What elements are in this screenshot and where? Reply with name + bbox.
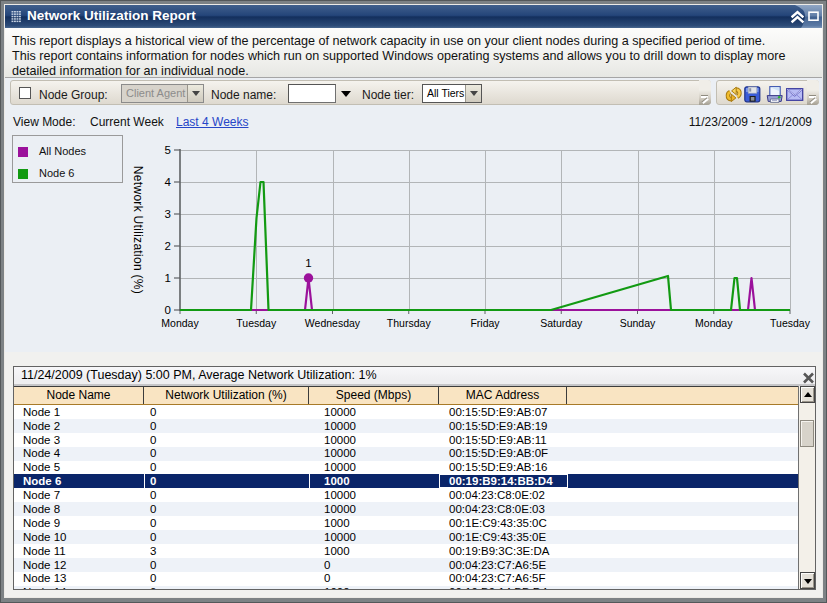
svg-text:Thursday: Thursday <box>387 317 432 329</box>
svg-text:Saturday: Saturday <box>540 317 583 329</box>
svg-text:Network Utilization (%): Network Utilization (%) <box>131 166 145 294</box>
svg-text:1: 1 <box>305 257 311 269</box>
svg-text:Monday: Monday <box>695 317 733 329</box>
svg-text:Tuesday: Tuesday <box>770 317 811 329</box>
svg-text:0: 0 <box>165 304 171 316</box>
svg-text:Wednesday: Wednesday <box>305 317 361 329</box>
svg-text:Friday: Friday <box>470 317 500 329</box>
svg-text:3: 3 <box>165 208 171 220</box>
svg-text:4: 4 <box>165 176 172 188</box>
svg-text:1: 1 <box>165 272 171 284</box>
svg-text:Tuesday: Tuesday <box>236 317 277 329</box>
svg-text:Sunday: Sunday <box>620 317 656 329</box>
svg-text:2: 2 <box>165 240 171 252</box>
svg-text:Monday: Monday <box>161 317 199 329</box>
svg-text:5: 5 <box>165 144 171 156</box>
